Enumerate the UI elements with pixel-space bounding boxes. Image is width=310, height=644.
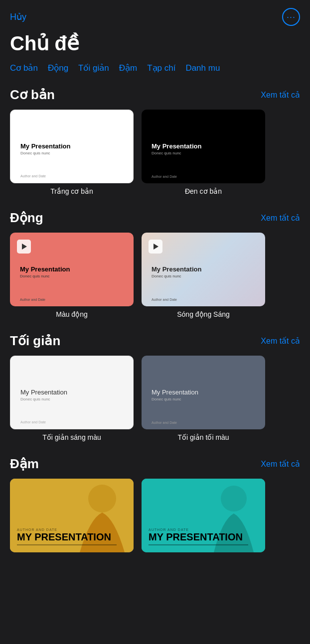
tab-dong[interactable]: Động <box>48 61 68 75</box>
section-co-ban-header: Cơ bản Xem tất cả <box>10 87 300 103</box>
pres-author-black: Author and Date <box>152 175 177 178</box>
svg-point-1 <box>88 485 116 513</box>
bold-1-text: AUTHOR AND DATE MY PRESEN­TATION <box>17 528 117 545</box>
template-label-den: Đen cơ bản <box>185 187 222 195</box>
see-all-dam[interactable]: Xem tất cả <box>261 459 300 469</box>
tab-toi-gian[interactable]: Tối giản <box>78 61 109 75</box>
tab-dam[interactable]: Đậm <box>119 61 137 75</box>
section-dam-header: Đậm Xem tất cả <box>10 456 300 472</box>
bold-1-author: AUTHOR AND DATE <box>17 528 117 531</box>
pres-title-minimal-light: My Presentation <box>20 388 123 396</box>
play-icon-wave <box>149 240 162 254</box>
pres-title-black: My Presentation <box>152 142 255 150</box>
tab-co-ban[interactable]: Cơ bản <box>10 61 38 75</box>
template-song-dong-sang[interactable]: My Presentation Donec quis nunc Author a… <box>142 233 265 318</box>
section-toi-gian-title: Tối giản <box>10 333 60 349</box>
see-all-toi-gian[interactable]: Xem tất cả <box>261 336 300 346</box>
pres-author-minimal-light: Author and Date <box>20 420 46 424</box>
header: Hủy ··· <box>0 0 310 30</box>
template-dam-2[interactable]: AUTHOR AND DATE MY PRESEN­TATION <box>142 479 265 556</box>
see-all-dong[interactable]: Xem tất cả <box>261 213 300 223</box>
bold-2-author: AUTHOR AND DATE <box>149 528 248 531</box>
pres-sub-black: Donec quis nunc <box>152 151 255 155</box>
thumb-dam-2: AUTHOR AND DATE MY PRESEN­TATION <box>142 479 265 552</box>
pres-author-wave: Author and Date <box>152 298 177 301</box>
thumb-toi-gian-toi: My Presentation Donec quis nunc Author a… <box>142 356 265 429</box>
thumb-toi-gian-sang: My Presentation Donec quis nunc Author a… <box>10 356 134 429</box>
category-tabs: Cơ bản Động Tối giản Đậm Tạp chí Danh mu <box>0 61 310 77</box>
bold-2-text: AUTHOR AND DATE MY PRESEN­TATION <box>149 528 248 545</box>
bold-1-title: MY PRESEN­TATION <box>17 532 117 542</box>
section-dam-title: Đậm <box>10 456 39 472</box>
template-label-mau-dong: Màu động <box>56 310 87 318</box>
section-dam: Đậm Xem tất cả AUTHOR AND DATE MY PRESEN… <box>0 446 310 561</box>
templates-row-toi-gian: My Presentation Donec quis nunc Author a… <box>10 356 300 441</box>
play-icon-dong <box>17 240 31 254</box>
cancel-button[interactable]: Hủy <box>10 11 26 22</box>
template-mau-dong[interactable]: My Presentation Donec quis nunc Author a… <box>10 233 134 318</box>
template-label-trang: Trắng cơ bản <box>50 187 93 195</box>
template-den-co-ban[interactable]: My Presentation Donec quis nunc Author a… <box>142 110 265 195</box>
thumb-den-co-ban: My Presentation Donec quis nunc Author a… <box>142 110 265 183</box>
bold-2-title: MY PRESEN­TATION <box>149 532 248 542</box>
pres-sub-minimal-dark: Donec quis nunc <box>152 397 255 401</box>
templates-row-co-ban: My Presentation Donec quis nunc Author a… <box>10 110 300 195</box>
section-dong: Động Xem tất cả My Presentation Donec qu… <box>0 200 310 323</box>
pres-sub-wave: Donec quis nunc <box>152 274 255 278</box>
section-dong-title: Động <box>10 210 43 226</box>
pres-author-mau-dong: Author and Date <box>20 298 45 301</box>
thumb-trang-co-ban: My Presentation Donec quis nunc Author a… <box>10 110 134 183</box>
pres-title-white: My Presentation <box>20 142 123 150</box>
template-label-song-dong: Sóng động Sáng <box>177 310 230 318</box>
template-toi-gian-toi[interactable]: My Presentation Donec quis nunc Author a… <box>142 356 265 441</box>
template-label-toi-gian-toi: Tối giản tối màu <box>177 433 229 441</box>
pres-sub-mau-dong: Donec quis nunc <box>20 274 124 278</box>
pres-author-white: Author and Date <box>20 174 46 178</box>
section-toi-gian-header: Tối giản Xem tất cả <box>10 333 300 349</box>
templates-row-dam: AUTHOR AND DATE MY PRESEN­TATION <box>10 479 300 556</box>
thumb-song-dong-sang: My Presentation Donec quis nunc Author a… <box>142 233 265 306</box>
section-toi-gian: Tối giản Xem tất cả My Presentation Done… <box>0 323 310 446</box>
see-all-co-ban[interactable]: Xem tất cả <box>261 90 300 100</box>
more-button[interactable]: ··· <box>282 8 300 26</box>
section-co-ban-title: Cơ bản <box>10 87 55 103</box>
tab-tap-chi[interactable]: Tạp chí <box>147 61 175 75</box>
more-icon: ··· <box>287 12 296 22</box>
thumb-mau-dong: My Presentation Donec quis nunc Author a… <box>10 233 134 306</box>
template-toi-gian-sang[interactable]: My Presentation Donec quis nunc Author a… <box>10 356 134 441</box>
section-co-ban: Cơ bản Xem tất cả My Presentation Donec … <box>0 77 310 200</box>
tab-danh-mu[interactable]: Danh mu <box>185 61 220 75</box>
pres-title-wave: My Presentation <box>152 265 255 273</box>
bold-1-line <box>17 544 117 545</box>
thumb-dam-1: AUTHOR AND DATE MY PRESEN­TATION <box>10 479 134 552</box>
svg-point-3 <box>221 486 247 512</box>
pres-title-minimal-dark: My Presentation <box>152 388 255 396</box>
pres-sub-minimal-light: Donec quis nunc <box>20 397 123 401</box>
pres-title-mau-dong: My Presentation <box>20 265 124 273</box>
pres-author-minimal-dark: Author and Date <box>152 421 177 424</box>
templates-row-dong: My Presentation Donec quis nunc Author a… <box>10 233 300 318</box>
template-trang-co-ban[interactable]: My Presentation Donec quis nunc Author a… <box>10 110 134 195</box>
template-label-toi-gian-sang: Tối giản sáng màu <box>42 433 101 441</box>
section-dong-header: Động Xem tất cả <box>10 210 300 226</box>
pres-sub-white: Donec quis nunc <box>20 151 123 155</box>
bold-2-line <box>149 544 248 545</box>
template-dam-1[interactable]: AUTHOR AND DATE MY PRESEN­TATION <box>10 479 134 556</box>
page-title: Chủ đề <box>0 30 310 61</box>
